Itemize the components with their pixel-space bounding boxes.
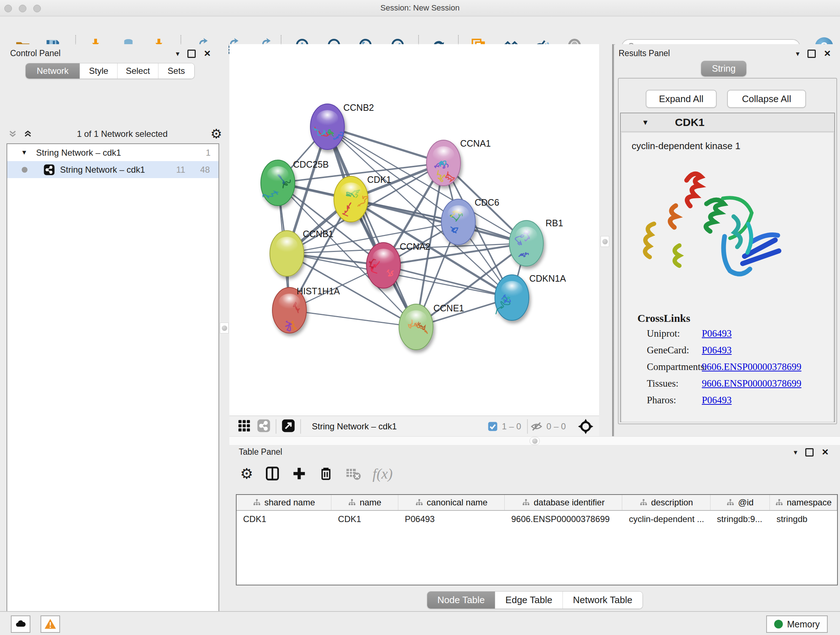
cloud-status-button[interactable] — [11, 616, 30, 633]
network-node-cdc25b[interactable] — [261, 160, 295, 206]
birdseye-crosshair-icon[interactable] — [577, 418, 594, 435]
crosslink-link[interactable]: 9606.ENSP00000378699 — [702, 361, 801, 372]
float-panel-icon[interactable] — [807, 50, 816, 58]
table-options-gear-icon[interactable]: ⚙ — [240, 466, 253, 481]
network-node-cdkn1a[interactable] — [495, 275, 529, 320]
string-view-button[interactable] — [257, 419, 271, 434]
network-node-cdk1[interactable] — [334, 176, 368, 222]
tab-network-table[interactable]: Network Table — [562, 592, 643, 608]
column-type-icon — [415, 499, 423, 507]
column-type-icon — [348, 499, 356, 507]
tab-select[interactable]: Select — [117, 63, 158, 79]
collection-name: String Network – cdk1 — [36, 148, 121, 158]
gene-section-header[interactable]: ▼ CDK1 — [621, 113, 834, 132]
collapse-panel-icon[interactable]: ▾ — [796, 49, 799, 58]
tab-style[interactable]: Style — [80, 63, 117, 79]
tab-network[interactable]: Network — [26, 63, 80, 79]
collapse-panel-icon[interactable]: ▾ — [176, 49, 180, 58]
hidden-eye-icon[interactable] — [530, 420, 543, 433]
network-options-gear-icon[interactable]: ⚙ — [210, 127, 222, 141]
table-cell[interactable]: stringdb — [770, 511, 837, 527]
network-node-ccnb2[interactable] — [310, 104, 344, 149]
network-edge[interactable] — [327, 127, 444, 163]
results-panel-divider[interactable] — [612, 44, 614, 436]
section-caret-icon[interactable]: ▼ — [642, 119, 649, 127]
table-header-row: shared namenamecanonical namedatabase id… — [237, 495, 837, 511]
close-panel-icon[interactable]: ✕ — [821, 447, 829, 457]
network-name: String Network – cdk1 — [60, 165, 145, 175]
current-network-dot-icon — [22, 167, 27, 173]
grid-mode-button[interactable] — [237, 419, 251, 434]
float-panel-icon[interactable] — [187, 50, 196, 58]
table-cell[interactable]: CDK1 — [237, 511, 332, 527]
tab-sets[interactable]: Sets — [158, 63, 194, 79]
network-node-ccna1[interactable] — [426, 140, 461, 186]
column-header-description[interactable]: description — [622, 495, 710, 510]
node-label-cdkn1a: CDKN1A — [529, 273, 566, 283]
network-node-cdc6[interactable] — [441, 199, 475, 245]
network-node-rb1[interactable] — [509, 220, 543, 266]
cloud-icon — [14, 618, 27, 630]
left-splitter-handle[interactable] — [220, 323, 229, 333]
network-node-ccna2[interactable] — [366, 242, 401, 288]
add-column-plus-icon[interactable] — [292, 466, 307, 481]
delete-table-icon[interactable] — [345, 466, 361, 481]
tab-edge-table[interactable]: Edge Table — [495, 592, 562, 608]
network-node-ccnb1[interactable] — [270, 231, 304, 276]
table-tabs: Node Table Edge Table Network Table — [427, 591, 643, 609]
table-cell[interactable]: 9606.ENSP00000378699 — [505, 511, 622, 527]
node-label-cdk1: CDK1 — [367, 174, 392, 185]
warnings-button[interactable] — [41, 616, 60, 633]
crosslink-link[interactable]: P06493 — [702, 394, 732, 406]
column-header-canonical-name[interactable]: canonical name — [398, 495, 505, 510]
table-splitter-handle[interactable] — [530, 437, 540, 445]
table-cell[interactable]: stringdb:9... — [711, 511, 770, 527]
column-label: shared name — [264, 497, 315, 508]
column-header-shared-name[interactable]: shared name — [237, 495, 332, 510]
results-panel: Results Panel ▾ ✕ String Expand All Coll… — [615, 44, 840, 436]
crosslink-row: Pharos: P06493 — [647, 394, 676, 406]
table-cell[interactable]: P06493 — [398, 511, 505, 527]
tab-string[interactable]: String — [701, 61, 746, 76]
show-columns-icon[interactable] — [265, 466, 280, 481]
right-splitter-handle[interactable] — [600, 236, 609, 247]
column-header-database-identifier[interactable]: database identifier — [505, 495, 622, 510]
tab-node-table[interactable]: Node Table — [427, 592, 495, 608]
collapse-all-button[interactable]: Collapse All — [727, 90, 806, 108]
selected-checkbox-icon[interactable] — [487, 421, 498, 432]
table-cell[interactable]: cyclin-dependent ... — [622, 511, 710, 527]
open-in-window-button[interactable] — [281, 419, 295, 434]
close-panel-icon[interactable]: ✕ — [204, 49, 211, 59]
delete-trash-icon[interactable] — [318, 466, 333, 481]
column-header--id[interactable]: @id — [711, 495, 770, 510]
crosslink-link[interactable]: P06493 — [702, 345, 732, 356]
network-row[interactable]: String Network – cdk1 11 48 — [7, 161, 218, 178]
network-canvas[interactable]: CCNB2CCNA1CDC25BCDK1CDC6RB1CCNB1CCNA2CDK… — [229, 44, 599, 416]
crosslink-label: Compartments: — [647, 361, 707, 372]
network-edge[interactable] — [289, 310, 416, 327]
tree-caret-icon[interactable]: ▼ — [21, 149, 27, 157]
crosslink-row: GeneCard: P06493 — [647, 345, 689, 356]
network-edge[interactable] — [327, 127, 416, 327]
node-table: shared namenamecanonical namedatabase id… — [236, 494, 838, 585]
memory-button[interactable]: Memory — [766, 616, 828, 633]
crosslink-link[interactable]: 9606.ENSP00000378699 — [702, 378, 801, 389]
node-label-ccna2: CCNA2 — [400, 241, 431, 252]
close-panel-icon[interactable]: ✕ — [824, 49, 831, 59]
network-node-ccne1[interactable] — [399, 304, 433, 350]
collapse-panel-icon[interactable]: ▾ — [794, 448, 797, 456]
crosslink-link[interactable]: P06493 — [702, 328, 732, 339]
column-header-namespace[interactable]: namespace — [770, 495, 837, 510]
column-header-name[interactable]: name — [332, 495, 398, 510]
table-panel-title: Table Panel — [239, 447, 282, 457]
function-builder-icon[interactable]: f(x) — [373, 465, 393, 482]
node-label-rb1: RB1 — [546, 218, 563, 228]
expand-all-button[interactable]: Expand All — [646, 90, 717, 108]
float-panel-icon[interactable] — [805, 448, 813, 456]
collection-count: 1 — [206, 148, 210, 158]
network-collection-row[interactable]: ▼ String Network – cdk1 1 — [7, 144, 218, 161]
collapse-all-chevrons-icon[interactable] — [22, 128, 34, 139]
expand-all-chevrons-icon[interactable] — [6, 128, 19, 139]
column-label: @id — [738, 497, 753, 508]
table-cell[interactable]: CDK1 — [332, 511, 398, 527]
